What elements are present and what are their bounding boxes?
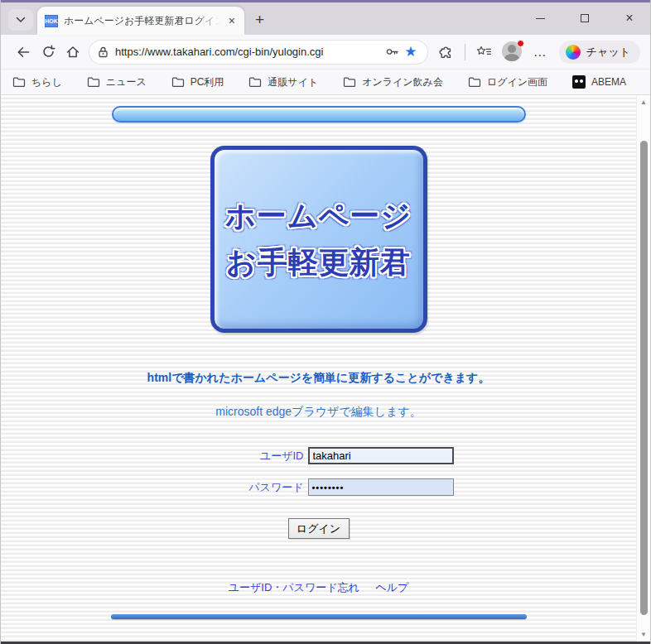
bookmark-folder-tsuhan[interactable]: 通販サイト [248,75,318,89]
minimize-button[interactable] [531,11,549,26]
folder-icon [12,76,26,88]
bookmark-label: ABEMA [591,76,626,88]
scrollbar-thumb[interactable] [640,141,648,615]
key-icon [385,45,399,59]
saved-password-key-button[interactable] [383,45,402,59]
tab-bar: HOK ホームページお手軽更新君ログインページ × + × [1,2,650,35]
logo-line1: ホームページ [225,199,412,233]
folder-icon [248,76,262,88]
help-link[interactable]: ヘルプ [375,581,408,594]
login-page: ホームページ お手軽更新君 htmlで書かれたホームページを簡単に更新することが… [1,106,636,642]
refresh-button[interactable] [36,40,60,65]
bookmark-abema[interactable]: ABEMA [572,75,626,89]
user-id-row: ユーザID [1,447,636,464]
description-line1: htmlで書かれたホームページを簡単に更新することができます。 [1,371,636,386]
tab-close-icon[interactable]: × [227,15,237,26]
page-viewport: ホームページ お手軽更新君 htmlで書かれたホームページを簡単に更新することが… [1,95,650,642]
tab-title: ホームページお手軽更新君ログインページ [64,14,225,28]
scrollbar-up-icon[interactable]: ▲ [637,99,650,106]
bookmark-label: ログイン画面 [487,75,547,89]
folder-icon [171,76,185,88]
forgot-password-link[interactable]: ユーザID・パスワード忘れ [229,581,359,594]
settings-more-button[interactable]: … [528,45,552,60]
home-icon [65,45,80,60]
profile-button[interactable] [502,41,523,63]
bookmark-folder-chirashi[interactable]: ちらし [12,75,62,89]
toolbar-divider [465,44,465,60]
copilot-label: チャット [586,45,630,60]
back-button[interactable] [11,40,36,65]
maximize-button[interactable] [576,11,594,26]
browser-window: HOK ホームページお手軽更新君ログインページ × + × [0,0,651,644]
bookmark-label: PC利用 [190,75,224,89]
chevron-down-icon [16,17,26,23]
password-row: パスワード [1,478,636,496]
extensions-button[interactable] [435,40,460,65]
address-bar[interactable]: https://www.takahari.com/cgi-bin/yulogin… [89,40,428,65]
bookmark-folder-news[interactable]: ニュース [87,75,147,89]
bookmark-folder-pc[interactable]: PC利用 [171,75,224,89]
window-controls: × [531,11,639,26]
bookmark-star-icon[interactable]: ★ [402,45,420,59]
navigation-toolbar: https://www.takahari.com/cgi-bin/yulogin… [1,35,650,70]
password-label: パスワード [184,480,308,495]
extensions-puzzle-icon [439,44,455,60]
notification-dot [517,40,524,47]
abema-favicon [572,75,586,89]
close-button[interactable]: × [620,11,639,26]
user-id-label: ユーザID [184,449,308,464]
user-id-input[interactable] [308,447,454,464]
back-icon [16,45,31,60]
close-icon: × [625,12,633,25]
description-line2: microsoft edgeブラウザで編集します。 [1,405,636,420]
hok-favicon: HOK [45,15,58,27]
login-button[interactable]: ログイン [288,518,350,539]
folder-icon [343,76,356,88]
maximize-icon [581,14,589,22]
bookmarks-bar: ちらし ニュース PC利用 通販サイト オンライン飲み会 ログイン画面 ABEM… [1,70,650,95]
favorites-button[interactable] [472,40,497,65]
bookmark-folder-nomikai[interactable]: オンライン飲み会 [343,75,443,89]
top-decorative-bar [112,106,526,123]
tab-active[interactable]: HOK ホームページお手軽更新君ログインページ × [37,7,244,35]
site-logo: ホームページ お手軽更新君 [210,146,427,333]
url-text[interactable]: https://www.takahari.com/cgi-bin/yulogin… [115,46,383,58]
favorites-star-icon [476,46,492,59]
copilot-chat-button[interactable]: チャット [559,41,640,64]
new-tab-button[interactable]: + [255,12,264,27]
minimize-icon [536,18,545,19]
folder-icon [87,76,100,88]
vertical-scrollbar[interactable]: ▲ ▼ [636,95,650,642]
tab-actions-menu-button[interactable] [8,9,33,31]
bookmark-label: ニュース [106,75,147,89]
scrollbar-down-icon[interactable]: ▼ [637,631,650,638]
bookmark-label: オンライン飲み会 [362,75,443,89]
password-input[interactable] [308,478,454,496]
bottom-decorative-bar [111,614,527,619]
help-links: ユーザID・パスワード忘れ ヘルプ [1,580,636,595]
lock-icon [97,46,109,59]
bookmark-label: 通販サイト [268,75,318,89]
home-button[interactable] [60,40,85,65]
refresh-icon [41,45,55,59]
copilot-icon [566,45,581,60]
bookmark-label: ちらし [31,75,62,89]
folder-icon [468,76,481,88]
logo-line2: お手軽更新君 [226,246,411,279]
bookmark-folder-login[interactable]: ログイン画面 [468,75,547,89]
